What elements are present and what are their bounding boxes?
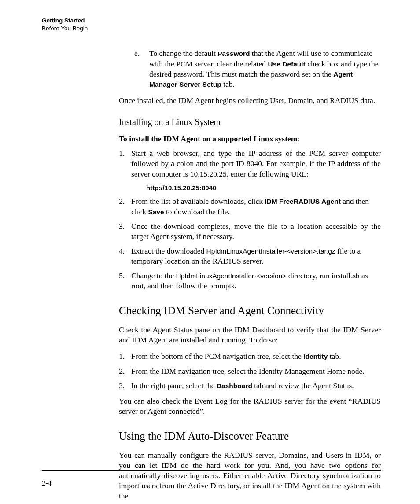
bold-run: IDM FreeRADIUS Agent [265, 198, 341, 205]
paragraph: You can manually configure the RADIUS se… [119, 450, 381, 501]
bold-run: Password [217, 50, 250, 57]
main-content: e. To change the default Password that t… [119, 48, 381, 501]
text-run: In the right pane, select the [131, 381, 217, 390]
text-run: tab. [328, 352, 341, 361]
list-item: 5. Change to the HpIdmLinuxAgentInstalle… [119, 271, 381, 291]
paragraph: You can also check the Event Log for the… [119, 396, 381, 416]
text-run: tab and review the Agent Status. [252, 381, 354, 390]
heading-2: Using the IDM Auto-Discover Feature [119, 429, 381, 443]
bold-run: Identity [303, 353, 328, 360]
list-item: 1. Start a web browser, and type the IP … [119, 148, 381, 179]
text-run: To install the IDM Agent on a supported … [119, 134, 297, 143]
list-marker: 1. [119, 351, 131, 361]
list-body: From the list of available downloads, cl… [131, 196, 381, 217]
text-run: Change to the [131, 271, 176, 280]
bold-run: Use Default [268, 60, 305, 68]
list-body: Extract the downloaded HpIdmLinuxAgentIn… [131, 246, 381, 266]
heading-2: Checking IDM Server and Agent Connectivi… [119, 303, 381, 318]
paragraph: Once installed, the IDM Agent begins col… [119, 96, 381, 106]
text-run: tab. [221, 80, 235, 88]
list-item: 2. From the list of available downloads,… [119, 196, 381, 217]
list-marker: 4. [119, 246, 131, 266]
list-item: 2. From the IDM navigation tree, select … [119, 366, 381, 376]
list-body: To change the default Password that the … [149, 48, 381, 89]
list-item: 3. Once the download completes, move the… [119, 221, 381, 242]
code-run: HpIdmLinuxAgentInstaller-<version> [176, 272, 287, 280]
paragraph: Check the Agent Status pane on the IDM D… [119, 325, 381, 345]
list-marker: 2. [119, 196, 131, 217]
list-marker: e. [134, 48, 149, 89]
text-run: From the bottom of the PCM navigation tr… [131, 352, 303, 361]
list-marker: 2. [119, 366, 131, 376]
running-header: Getting Started Before You Begin [42, 17, 381, 33]
bold-run: Save [148, 208, 164, 216]
list-body: Once the download completes, move the fi… [131, 221, 381, 242]
list-item: 1. From the bottom of the PCM navigation… [119, 351, 381, 361]
chapter-title: Getting Started [42, 17, 381, 25]
text-run: : [297, 134, 299, 143]
list-body: In the right pane, select the Dashboard … [131, 381, 381, 391]
list-item: e. To change the default Password that t… [134, 48, 381, 89]
code-line: http://10.15.20.25:8040 [146, 184, 381, 192]
page-number: 2-4 [42, 479, 52, 488]
list-marker: 3. [119, 381, 131, 391]
list-marker: 3. [119, 221, 131, 242]
text-run: From the list of available downloads, cl… [131, 197, 265, 206]
page-body: Getting Started Before You Begin e. To c… [42, 17, 381, 504]
list-marker: 1. [119, 148, 131, 179]
footer-rule [42, 470, 381, 471]
code-run: .sh [350, 272, 360, 280]
section-title: Before You Begin [42, 25, 381, 33]
list-item: 4. Extract the downloaded HpIdmLinuxAgen… [119, 246, 381, 266]
text-run: to download the file. [164, 207, 230, 216]
list-body: Start a web browser, and type the IP add… [131, 148, 381, 179]
list-body: Change to the HpIdmLinuxAgentInstaller-<… [131, 271, 381, 291]
text-run: Extract the downloaded [131, 246, 206, 255]
code-run: HpIdmLinuxAgentInstaller-<version>.tar.g… [206, 247, 335, 255]
list-item: 3. In the right pane, select the Dashboa… [119, 381, 381, 391]
bold-run: Dashboard [217, 382, 252, 390]
text-run: directory, run install [286, 271, 350, 280]
list-body: From the bottom of the PCM navigation tr… [131, 351, 381, 361]
list-marker: 5. [119, 271, 131, 291]
text-run: To change the default [149, 49, 217, 58]
intro-line: To install the IDM Agent on a supported … [119, 134, 381, 144]
list-body: From the IDM navigation tree, select the… [131, 366, 381, 376]
subheading: Installing on a Linux System [119, 116, 381, 128]
